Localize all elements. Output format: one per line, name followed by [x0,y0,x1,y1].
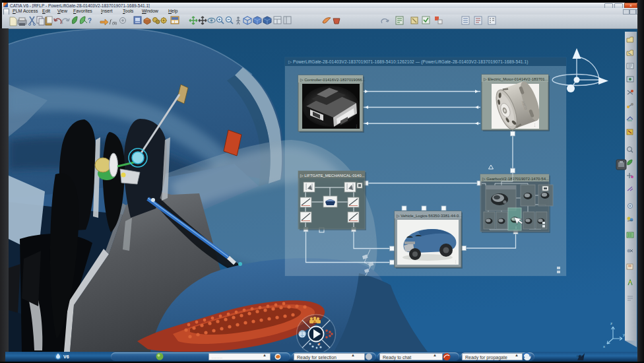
svg-text:x: x [603,345,605,348]
svg-text:▷ PowerLiftGate-28-01403V2-183: ▷ PowerLiftGate-28-01403V2-1837019071-16… [288,59,529,65]
svg-text:CATIA: CATIA [577,355,583,358]
svg-text:⋮: ⋮ [454,259,457,263]
svg-text:z: z [610,321,612,325]
svg-text:▷ Controller-01416V2-183701906: ▷ Controller-01416V2-1837019066... [300,78,366,82]
svg-text:⋮: ⋮ [355,124,358,128]
svg-text:y: y [623,333,625,337]
svg-text:⋮: ⋮ [533,123,536,127]
svg-text:▷ LIFTGATE_MECHANICAL-0140...: ▷ LIFTGATE_MECHANICAL-0140... [300,174,365,178]
svg-text:▷ GearboxV2-1837019072-1470-54: ▷ GearboxV2-1837019072-1470-54... [482,177,549,181]
svg-text:▷ Electric_Motor-01414V2-18370: ▷ Electric_Motor-01414V2-183701... [484,77,548,81]
svg-text:▷ Vehicle_Logics-56350-3381-44: ▷ Vehicle_Logics-56350-3381-44-0... [397,214,463,218]
svg-text:?: ? [88,17,92,24]
svg-text:(9): (9) [112,21,117,25]
